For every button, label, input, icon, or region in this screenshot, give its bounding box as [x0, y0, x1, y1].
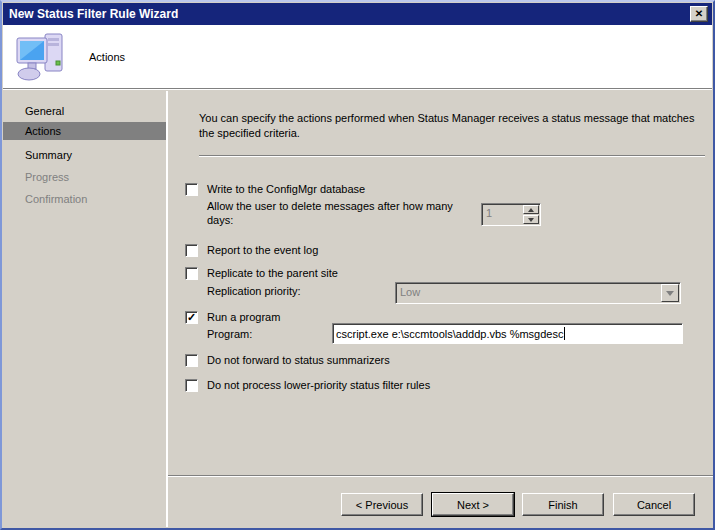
- checkbox-event-log-label[interactable]: Report to the event log: [207, 244, 318, 256]
- checkbox-replicate-label[interactable]: Replicate to the parent site: [207, 267, 338, 279]
- wizard-content: You can specify the actions performed wh…: [168, 91, 712, 527]
- checkbox-write-db[interactable]: [185, 183, 198, 196]
- sidebar-item-actions: Actions: [3, 122, 166, 140]
- checkbox-replicate[interactable]: [185, 267, 198, 280]
- chevron-down-icon: [666, 291, 674, 296]
- text-caret: [564, 327, 565, 340]
- window-title: New Status Filter Rule Wizard: [9, 7, 178, 21]
- delete-days-spinner: 1: [481, 203, 541, 226]
- header-separator: [199, 155, 705, 156]
- previous-button[interactable]: < Previous: [341, 493, 423, 516]
- program-label: Program:: [207, 328, 252, 340]
- checkbox-run-program[interactable]: ✓: [185, 311, 198, 324]
- title-bar[interactable]: New Status Filter Rule Wizard ✕: [3, 3, 712, 25]
- sidebar-item-confirmation: Confirmation: [3, 190, 166, 208]
- computer-icon: [15, 31, 69, 83]
- close-button[interactable]: ✕: [690, 6, 708, 22]
- close-icon: ✕: [695, 9, 703, 19]
- footer-separator: [168, 475, 715, 476]
- arrow-down-icon: [528, 218, 534, 222]
- wizard-step-sidebar: General Actions Summary Progress Confirm…: [3, 91, 166, 527]
- checkbox-no-forward-label[interactable]: Do not forward to status summarizers: [207, 354, 390, 366]
- checkbox-event-log[interactable]: [185, 244, 198, 257]
- spinner-up-button: [523, 205, 539, 214]
- delete-days-value: 1: [482, 204, 522, 225]
- wizard-window: New Status Filter Rule Wizard ✕ Action: [0, 0, 715, 530]
- replication-priority-label: Replication priority:: [207, 285, 301, 297]
- arrow-up-icon: [528, 208, 534, 212]
- sidebar-item-summary: Summary: [3, 146, 166, 164]
- checkbox-run-program-label[interactable]: Run a program: [207, 311, 280, 323]
- cancel-button[interactable]: Cancel: [613, 493, 695, 516]
- sidebar-item-general: General: [3, 102, 166, 120]
- replication-priority-value: Low: [396, 283, 660, 303]
- sidebar-item-progress: Progress: [3, 168, 166, 186]
- program-input[interactable]: cscript.exe e:\sccmtools\adddp.vbs %msgd…: [332, 323, 683, 344]
- checkbox-no-forward[interactable]: [185, 354, 198, 367]
- next-button[interactable]: Next >: [432, 493, 514, 516]
- checkbox-write-db-label[interactable]: Write to the ConfigMgr database: [207, 183, 365, 195]
- wizard-header: Actions: [3, 25, 712, 89]
- page-description: You can specify the actions performed wh…: [199, 111, 704, 141]
- checkmark-icon: ✓: [187, 312, 196, 323]
- page-title: Actions: [89, 51, 125, 63]
- delete-days-label: Allow the user to delete messages after …: [207, 199, 467, 227]
- finish-button[interactable]: Finish: [522, 493, 604, 516]
- dropdown-button: [661, 284, 679, 302]
- checkbox-no-lower-priority-label[interactable]: Do not process lower-priority status fil…: [207, 379, 430, 391]
- spinner-buttons: [522, 204, 540, 225]
- checkbox-no-lower-priority[interactable]: [185, 379, 198, 392]
- spinner-down-button: [523, 215, 539, 224]
- replication-priority-dropdown: Low: [395, 282, 681, 304]
- program-value: cscript.exe e:\sccmtools\adddp.vbs %msgd…: [336, 328, 563, 340]
